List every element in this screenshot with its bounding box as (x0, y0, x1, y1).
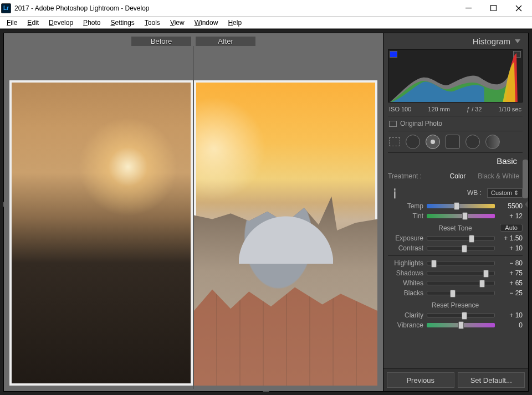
maximize-button[interactable] (481, 1, 506, 16)
slider-value: + 12 (498, 212, 523, 220)
close-button[interactable] (506, 1, 531, 16)
menu-edit[interactable]: Edit (23, 18, 43, 28)
basic-header[interactable]: Basic (388, 153, 523, 168)
exif-iso: ISO 100 (389, 106, 411, 112)
treatment-color[interactable]: Color (447, 171, 469, 181)
histogram-header[interactable]: Histogram (388, 33, 523, 48)
develop-canvas[interactable]: Before After (4, 33, 383, 391)
slider-label: Vibrance (388, 321, 423, 329)
contrast-slider[interactable]: Contrast + 10 (388, 243, 523, 253)
slider-value: + 10 (498, 244, 523, 252)
vibrance-slider[interactable]: Vibrance 0 (388, 320, 523, 330)
slider-label: Exposure (388, 234, 423, 242)
slider-label: Tint (388, 212, 423, 220)
temp-slider[interactable]: Temp 5500 (388, 201, 523, 211)
panel-scrollbar[interactable] (523, 160, 528, 198)
menu-tools[interactable]: Tools (140, 18, 165, 28)
histogram[interactable] (388, 49, 523, 102)
slider-value: 0 (498, 321, 523, 329)
slider-value: + 75 (498, 269, 523, 277)
menu-settings[interactable]: Settings (106, 18, 139, 28)
exif-fstop: ƒ / 32 (467, 106, 482, 112)
chevron-down-icon (515, 39, 520, 43)
slider-label: Contrast (388, 244, 423, 252)
crop-tool[interactable] (389, 137, 400, 146)
menu-window[interactable]: Window (190, 18, 223, 28)
svg-rect-1 (491, 6, 497, 11)
histogram-title: Histogram (473, 37, 510, 46)
slider-value: + 10 (498, 311, 523, 319)
blacks-slider[interactable]: Blacks − 25 (388, 288, 523, 298)
redeye-tool[interactable] (426, 135, 440, 149)
basic-title: Basic (497, 156, 517, 166)
clarity-slider[interactable]: Clarity + 10 (388, 310, 523, 320)
wb-label: WB : (467, 189, 482, 197)
before-label: Before (131, 37, 191, 46)
original-photo-label: Original Photo (400, 120, 442, 127)
menu-develop[interactable]: Develop (44, 18, 78, 28)
shadows-slider[interactable]: Shadows + 75 (388, 268, 523, 278)
title-bar: Lr 2017 - Adobe Photoshop Lightroom - De… (0, 0, 532, 17)
slider-value: + 65 (498, 279, 523, 287)
right-panel: Histogram ISO 100 120 m (383, 33, 528, 391)
original-photo-toggle[interactable]: Original Photo (388, 116, 523, 131)
menu-file[interactable]: File (2, 18, 22, 28)
slider-value: − 25 (498, 289, 523, 297)
exif-shutter: 1/10 sec (498, 106, 521, 112)
menu-help[interactable]: Help (223, 18, 246, 28)
set-default-button[interactable]: Set Default... (458, 372, 525, 388)
checkbox-icon (389, 121, 397, 127)
slider-label: Shadows (388, 269, 423, 277)
exif-row: ISO 100 120 mm ƒ / 32 1/10 sec (388, 105, 523, 116)
slider-value: − 80 (498, 259, 523, 267)
reset-presence[interactable]: Reset Presence (388, 301, 523, 309)
menu-view[interactable]: View (166, 18, 189, 28)
window-title: 2017 - Adobe Photoshop Lightroom - Devel… (14, 4, 456, 12)
slider-value: 5500 (498, 202, 523, 210)
slider-value: + 1.50 (498, 234, 523, 242)
slider-label: Clarity (388, 311, 423, 319)
auto-button[interactable]: Auto (500, 224, 523, 232)
previous-button[interactable]: Previous (387, 372, 454, 388)
workspace: Before After Histogram (0, 29, 532, 395)
reset-tone[interactable]: Reset Tone Auto (388, 224, 523, 232)
radial-filter-tool[interactable] (466, 135, 480, 149)
after-photo[interactable] (194, 46, 381, 389)
tint-slider[interactable]: Tint + 12 (388, 211, 523, 221)
menu-photo[interactable]: Photo (79, 18, 105, 28)
app-icon: Lr (1, 3, 11, 13)
after-label: After (196, 37, 255, 46)
menu-bar: File Edit Develop Photo Settings Tools V… (0, 17, 532, 29)
slider-label: Whites (388, 279, 423, 287)
whites-slider[interactable]: Whites + 65 (388, 278, 523, 288)
before-photo[interactable] (6, 46, 194, 389)
slider-label: Blacks (388, 289, 423, 297)
graduated-filter-tool[interactable] (446, 135, 460, 149)
wb-eyedropper-icon[interactable] (385, 184, 402, 201)
highlights-slider[interactable]: Highlights − 80 (388, 258, 523, 268)
slider-label: Highlights (388, 259, 423, 267)
wb-dropdown[interactable]: Custom ⇕ (487, 188, 523, 198)
spot-tool[interactable] (406, 135, 420, 149)
treatment-label: Treatment : (388, 172, 422, 180)
minimize-button[interactable] (456, 1, 481, 16)
brush-tool[interactable] (485, 135, 500, 149)
treatment-bw[interactable]: Black & White (474, 171, 523, 181)
slider-label: Temp (388, 202, 423, 210)
exposure-slider[interactable]: Exposure + 1.50 (388, 233, 523, 243)
tool-strip (388, 131, 523, 153)
exif-focal: 120 mm (428, 106, 450, 112)
